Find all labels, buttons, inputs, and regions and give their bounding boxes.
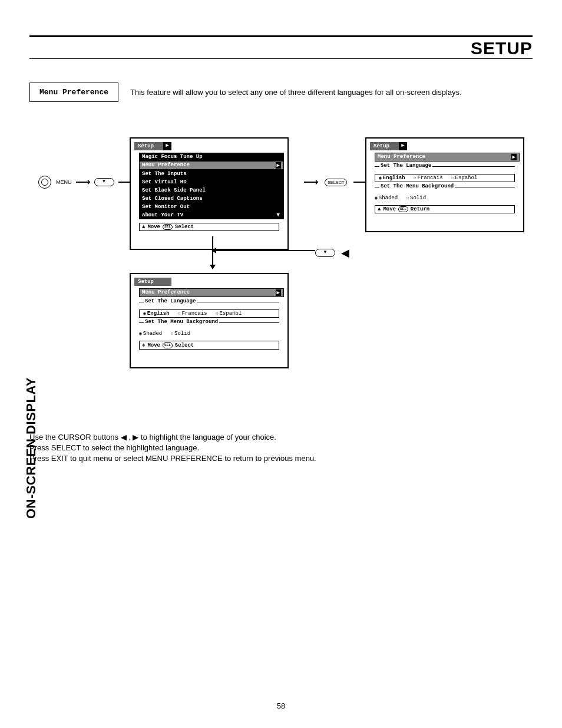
menu-dial-label: MENU: [56, 179, 72, 185]
cursor-down-icon: [94, 178, 114, 186]
radio-shaded[interactable]: Shaded: [375, 195, 398, 201]
select-icon: SEL: [163, 224, 173, 230]
arrow-icon: ⟶: [75, 176, 91, 189]
updown-icon: ▲: [142, 224, 145, 230]
menu-item[interactable]: Set Monitor Out: [139, 203, 284, 211]
left-arrow-glyph: ◀: [121, 433, 127, 442]
menu-preference-heading: Menu Preference: [29, 83, 118, 102]
background-options[interactable]: Shaded Solid: [375, 195, 515, 202]
page-title: SETUP: [29, 38, 533, 59]
radio-shaded[interactable]: Shaded: [139, 331, 162, 337]
group-label: Set The Language: [379, 163, 432, 169]
radio-solid[interactable]: Solid: [170, 331, 190, 337]
menu-item[interactable]: Magic Focus Tune Up: [139, 153, 284, 161]
connector-line: [212, 250, 315, 251]
menu-item[interactable]: About Your TV▼: [139, 211, 284, 219]
menu-item-selected[interactable]: Menu Preference▶: [375, 153, 520, 162]
osd-footer: ▲ Move SEL Return: [375, 205, 515, 213]
cursor-down-icon: [315, 249, 335, 257]
menu-dial-icon: [38, 176, 51, 189]
updown-icon: ▲: [378, 206, 381, 212]
group-label: Set The Menu Background: [144, 319, 219, 325]
arrow-icon: ⟶: [303, 176, 319, 189]
chevron-right-icon: ▶: [511, 154, 517, 160]
group-label: Set The Language: [144, 298, 197, 304]
menu-item-selected[interactable]: Menu Preference▶: [139, 288, 284, 297]
select-icon: SEL: [398, 206, 408, 212]
osd-footer: ▲ Move SEL Select: [139, 223, 279, 231]
section-side-tab: ON-SCREEN DISPLAY: [24, 377, 39, 519]
chevron-down-icon: ▼: [276, 212, 281, 218]
chevron-right-icon: ▶: [163, 142, 171, 150]
menu-item[interactable]: Set The Inputs: [139, 170, 284, 178]
group-label: Set The Menu Background: [379, 183, 455, 189]
arrow-left-icon: ◀: [341, 246, 349, 259]
right-arrow-glyph: ▶: [133, 433, 138, 442]
select-icon: SEL: [163, 342, 173, 348]
osd-footer: ✥ Move SEL Select: [139, 341, 279, 350]
osd-menu-preference: Setup▶ Menu Preference▶ Set The Language…: [365, 137, 524, 232]
radio-english[interactable]: English: [143, 311, 170, 317]
menu-item[interactable]: Set Closed Captions: [139, 195, 284, 203]
menu-item[interactable]: Set Virtual HD: [139, 178, 284, 186]
radio-english[interactable]: English: [379, 175, 405, 181]
background-options[interactable]: Shaded Solid: [139, 330, 279, 337]
allarrow-icon: ✥: [142, 342, 145, 348]
chevron-right-icon: ▶: [276, 162, 281, 169]
osd-menu-preference-select: Setup Menu Preference▶ Set The Language …: [130, 273, 289, 368]
radio-francais[interactable]: Francais: [178, 311, 207, 317]
intro-text: This feature will allow you to select an…: [130, 88, 533, 97]
osd-title: Setup▶: [370, 142, 407, 150]
chevron-right-icon: ▶: [399, 142, 407, 150]
radio-francais[interactable]: Francais: [414, 175, 443, 181]
menu-item-selected[interactable]: Menu Preference▶: [139, 161, 284, 170]
instructions-block: Use the CURSOR buttons ◀ , ▶ to highligh…: [29, 432, 533, 465]
language-options[interactable]: English Francais Español: [375, 174, 515, 182]
radio-espanol[interactable]: Español: [451, 175, 478, 181]
select-button-icon: SELECT: [325, 179, 347, 186]
chevron-right-icon: ▶: [276, 289, 281, 296]
language-options[interactable]: English Francais Español: [139, 309, 279, 318]
osd-setup-menu: Setup▶ Magic Focus Tune Up Menu Preferen…: [130, 137, 289, 250]
menu-item[interactable]: Set Black Side Panel: [139, 186, 284, 195]
flow-diagram: MENU ⟶ ⟶ Setup▶ Magic Focus Tune Up Menu…: [38, 137, 533, 385]
page-number: 58: [0, 701, 562, 710]
osd-title: Setup: [134, 278, 171, 286]
osd-title: Setup▶: [134, 142, 171, 150]
radio-solid[interactable]: Solid: [406, 195, 426, 201]
radio-espanol[interactable]: Español: [216, 311, 242, 317]
